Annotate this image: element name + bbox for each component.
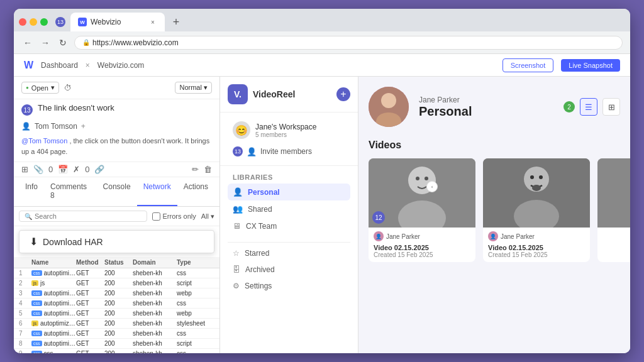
search-input-wrap[interactable]: 🔍 xyxy=(19,211,147,222)
row-type: css xyxy=(177,330,214,337)
table-row[interactable]: 7 cssautoptimize_4 GET 200 sheben-kh css xyxy=(14,329,219,339)
row-domain: sheben-kh xyxy=(133,280,177,287)
errors-only-checkbox[interactable]: Errors only xyxy=(152,212,196,221)
back-button[interactable]: ← xyxy=(21,38,34,48)
starred-label: Starred xyxy=(245,249,269,258)
url-text: https://www.webvizio.com xyxy=(92,38,179,47)
table-row[interactable]: 5 cssautoptimize_4 GET 200 sheben-kh web… xyxy=(14,309,219,319)
download-har-button[interactable]: ⬇ Download HAR xyxy=(19,230,214,253)
forward-button[interactable]: → xyxy=(39,38,52,48)
errors-checkbox[interactable] xyxy=(152,212,160,221)
screenshot-button[interactable]: Screenshot xyxy=(502,58,554,72)
lock-icon: 🔒 xyxy=(82,39,90,46)
row-method: GET xyxy=(76,280,104,287)
add-workspace-button[interactable]: + xyxy=(336,87,350,101)
row-type: stylesheet xyxy=(177,320,214,327)
search-input[interactable] xyxy=(35,212,142,220)
all-filter-dropdown[interactable]: All ▾ xyxy=(201,212,214,221)
add-assignee-button[interactable]: + xyxy=(81,122,86,131)
tag-icon[interactable]: ✗ xyxy=(73,165,80,174)
issue-title-row: 13 The link doesn't work xyxy=(14,99,219,119)
sidebar-item-settings[interactable]: ⚙ Settings xyxy=(220,278,358,294)
maximize-traffic-light[interactable] xyxy=(40,18,48,26)
tab-console[interactable]: Console xyxy=(97,177,137,206)
invite-row[interactable]: 13 👤 Invite members xyxy=(228,143,350,160)
sidebar-item-cxteam[interactable]: 🖥 CX Team xyxy=(228,217,350,234)
table-row[interactable]: 9 csscss GET 200 sheben-kh css xyxy=(14,349,219,353)
video-info-1: Video 02.15.2025 Created 15 Feb 2025 xyxy=(369,243,475,262)
row-method: GET xyxy=(76,310,104,317)
close-traffic-light[interactable] xyxy=(19,18,26,26)
personal-label: Personal xyxy=(248,188,280,197)
tab-title: Webvizio xyxy=(91,18,145,26)
table-row[interactable]: 1 cssautoptimize_4 GET 200 sheben-kh css xyxy=(14,268,219,278)
calendar-icon[interactable]: 📅 xyxy=(58,165,68,174)
table-row[interactable]: 6 jsautoptimize_4 GET 200 sheben-kh styl… xyxy=(14,319,219,329)
tab-actions[interactable]: Actions xyxy=(177,177,214,206)
attachment-icon[interactable]: ⊞ xyxy=(21,165,28,174)
sidebar-item-starred[interactable]: ☆ Starred xyxy=(220,245,358,261)
tab-network[interactable]: Network xyxy=(137,177,177,206)
main-area: ● Open ▾ ⏱ Normal ▾ 13 The link doesn't … xyxy=(14,77,630,353)
video-thumbnail-3 xyxy=(597,158,630,228)
sidebar-item-shared[interactable]: 👥 Shared xyxy=(228,200,350,217)
row-domain: sheben-kh xyxy=(133,350,177,353)
row-method: GET xyxy=(76,330,104,337)
collapse-sidebar-button[interactable]: ‹ xyxy=(426,181,438,192)
chain-icon[interactable]: 🔗 xyxy=(94,165,104,174)
workspace-item[interactable]: 😊 Jane's Workspaсe 5 members xyxy=(228,118,350,143)
breadcrumb-dashboard[interactable]: Dashboard xyxy=(41,61,78,70)
refresh-button[interactable]: ↻ xyxy=(57,38,69,48)
devtools-panel: ● Open ▾ ⏱ Normal ▾ 13 The link doesn't … xyxy=(14,77,220,353)
live-snapshot-button[interactable]: Live Snapshot xyxy=(561,59,620,72)
browser-tab[interactable]: W Webvizio × xyxy=(70,13,165,31)
video-author-2: Jane Parker xyxy=(501,233,535,240)
mention-link[interactable]: @Tom Tomson xyxy=(21,137,67,145)
issue-number-badge: 13 xyxy=(21,104,33,116)
settings-icon: ⚙ xyxy=(233,282,240,290)
delete-icon[interactable]: 🗑 xyxy=(204,165,212,174)
table-row[interactable]: 4 cssautoptimize_4 GET 200 sheben-kh css xyxy=(14,299,219,309)
row-number: 3 xyxy=(19,290,31,297)
workspace-section: 😊 Jane's Workspaсe 5 members 13 👤 Invite… xyxy=(220,112,358,166)
tab-info[interactable]: Info xyxy=(19,177,44,206)
video-card-3[interactable] xyxy=(597,158,630,262)
tab-close-button[interactable]: × xyxy=(148,18,157,26)
svg-point-6 xyxy=(416,177,419,180)
link-icon[interactable]: 0 xyxy=(85,165,89,174)
table-row[interactable]: 2 jsjs GET 200 sheben-kh script xyxy=(14,278,219,288)
shared-label: Shared xyxy=(248,205,272,214)
tab-bar: 13 W Webvizio × + xyxy=(14,9,630,31)
profile-info: Jane Parker Personal xyxy=(419,96,472,119)
video-card-1[interactable]: 12 👤 Jane Parker Video 02.15.2025 Create… xyxy=(369,158,475,262)
table-row[interactable]: 3 cssautoptimize_4 GET 200 sheben-kh web… xyxy=(14,288,219,299)
row-name: cssautoptimize_4 xyxy=(31,330,76,337)
sidebar-item-personal[interactable]: 👤 Personal xyxy=(228,184,350,200)
browser-window: 13 W Webvizio × + ← → ↻ 🔒 https://www.we… xyxy=(14,9,630,353)
open-status-button[interactable]: ● Open ▾ xyxy=(21,82,59,94)
tab-comments[interactable]: Comments 8 xyxy=(44,177,97,206)
list-view-button[interactable]: ☰ xyxy=(580,98,597,116)
video-thumbnail-1: 12 xyxy=(369,158,475,228)
row-status: 200 xyxy=(104,340,133,347)
priority-button[interactable]: Normal ▾ xyxy=(175,82,212,94)
grid-view-button[interactable]: ⊞ xyxy=(602,98,620,116)
row-method: GET xyxy=(76,300,104,307)
minimize-traffic-light[interactable] xyxy=(30,18,37,26)
row-type: script xyxy=(177,340,214,347)
clip-icon[interactable]: 📎 xyxy=(33,165,43,174)
url-bar[interactable]: 🔒 https://www.webvizio.com xyxy=(74,36,623,50)
app-logo-sidebar: V. xyxy=(228,84,248,104)
video-card-2[interactable]: 👤 Jane Parker Video 02.15.2025 Created 1… xyxy=(483,158,590,262)
edit-icon[interactable]: ✏ xyxy=(192,165,199,174)
network-search-bar: 🔍 Errors only All ▾ xyxy=(14,207,219,226)
row-type: css xyxy=(177,300,214,307)
workspace-avatar: 😊 xyxy=(233,121,250,139)
sidebar-item-archived[interactable]: 🗄 Archived xyxy=(220,261,358,278)
breadcrumb-separator: × xyxy=(86,61,90,70)
row-name: cssautoptimize_4 xyxy=(31,340,76,347)
workspace-info: Jane's Workspaсe 5 members xyxy=(255,123,316,138)
new-tab-button[interactable]: + xyxy=(167,13,185,31)
table-row[interactable]: 8 cssautoptimize_4 GET 200 sheben-kh scr… xyxy=(14,339,219,349)
breadcrumb-url[interactable]: Webvizio.com xyxy=(97,61,144,70)
